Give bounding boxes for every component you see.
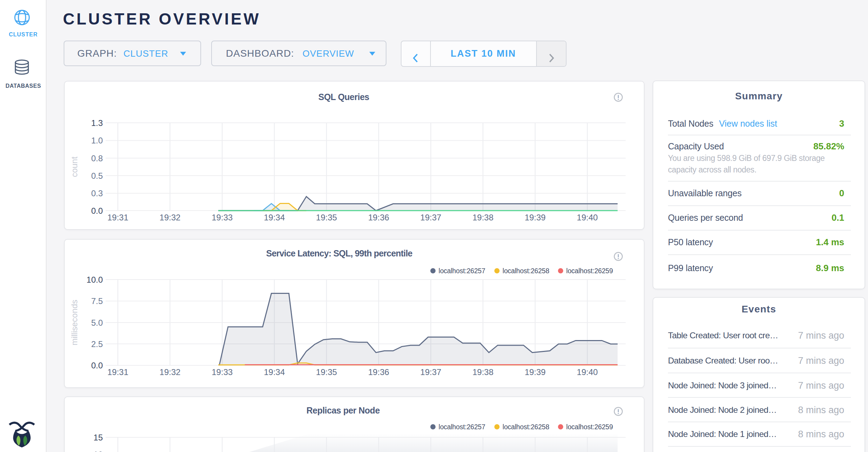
svg-text:localhost:26259: localhost:26259 [566, 423, 613, 431]
svg-text:2.5: 2.5 [91, 339, 103, 349]
svg-text:19:32: 19:32 [159, 213, 180, 222]
svg-text:Service Latency: SQL, 99th per: Service Latency: SQL, 99th percentile [266, 248, 413, 258]
svg-text:10: 10 [93, 450, 103, 452]
svg-text:10.0: 10.0 [86, 275, 103, 284]
svg-text:Replicas per Node: Replicas per Node [306, 405, 380, 415]
svg-text:0.5: 0.5 [91, 171, 103, 181]
svg-text:count: count [70, 156, 79, 177]
svg-text:19:39: 19:39 [525, 367, 546, 377]
svg-text:19:36: 19:36 [368, 213, 389, 222]
svg-text:19:37: 19:37 [420, 213, 441, 222]
svg-text:19:40: 19:40 [577, 367, 598, 377]
svg-text:milliseconds: milliseconds [70, 300, 79, 346]
svg-text:localhost:26257: localhost:26257 [439, 267, 485, 275]
svg-text:19:40: 19:40 [577, 213, 598, 222]
svg-text:1.3: 1.3 [91, 118, 103, 128]
svg-text:19:33: 19:33 [212, 213, 233, 222]
svg-text:5.0: 5.0 [91, 318, 103, 327]
svg-text:19:36: 19:36 [368, 367, 389, 377]
svg-text:19:35: 19:35 [316, 367, 337, 377]
svg-text:19:32: 19:32 [159, 367, 180, 377]
svg-text:0.3: 0.3 [91, 189, 103, 198]
svg-text:19:33: 19:33 [212, 367, 233, 377]
svg-text:19:34: 19:34 [264, 367, 285, 377]
svg-text:localhost:26258: localhost:26258 [503, 423, 549, 431]
svg-text:localhost:26257: localhost:26257 [439, 423, 485, 431]
svg-text:0.0: 0.0 [91, 206, 103, 216]
svg-text:19:38: 19:38 [472, 213, 493, 222]
svg-text:19:37: 19:37 [420, 367, 441, 377]
svg-text:0.0: 0.0 [91, 361, 103, 370]
svg-text:19:34: 19:34 [264, 213, 285, 222]
svg-text:localhost:26258: localhost:26258 [503, 267, 549, 275]
svg-text:19:35: 19:35 [316, 213, 337, 222]
svg-text:19:38: 19:38 [472, 367, 493, 377]
svg-text:localhost:26259: localhost:26259 [566, 267, 613, 275]
svg-text:15: 15 [93, 433, 103, 442]
svg-text:7.5: 7.5 [91, 296, 103, 306]
svg-text:0.8: 0.8 [91, 154, 103, 163]
svg-text:19:39: 19:39 [525, 213, 546, 222]
svg-text:19:31: 19:31 [107, 367, 128, 377]
svg-text:SQL Queries: SQL Queries [318, 92, 369, 102]
svg-text:19:31: 19:31 [107, 213, 128, 222]
svg-text:1.0: 1.0 [91, 136, 103, 145]
